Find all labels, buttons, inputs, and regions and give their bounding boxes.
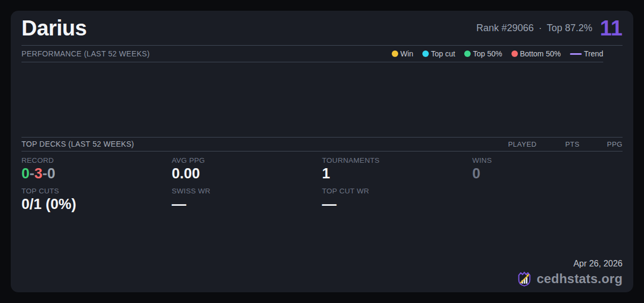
column-header-pts: PTS bbox=[537, 140, 580, 148]
legend-item-bottom50[interactable]: Bottom 50% bbox=[511, 49, 561, 58]
record-draws: 0 bbox=[47, 165, 55, 182]
stat-label: TOURNAMENTS bbox=[322, 156, 472, 164]
top50-dot-icon bbox=[464, 50, 471, 57]
stat-avg-ppg: AVG PPG 0.00 bbox=[172, 156, 322, 182]
stat-label: TOP CUTS bbox=[21, 187, 172, 195]
performance-heading: PERFORMANCE (LAST 52 WEEKS) bbox=[21, 49, 150, 58]
bottom50-dot-icon bbox=[511, 50, 518, 57]
stat-label: SWISS WR bbox=[172, 187, 322, 195]
top-decks-heading: TOP DECKS (LAST 52 WEEKS) bbox=[21, 140, 134, 148]
event-count-badge: 11 bbox=[600, 17, 623, 39]
performance-chart bbox=[21, 62, 623, 137]
column-header-played: PLAYED bbox=[494, 140, 537, 148]
stat-label: TOP CUT WR bbox=[322, 187, 472, 195]
top-cut-dot-icon bbox=[422, 50, 429, 57]
stat-tournaments: TOURNAMENTS 1 bbox=[322, 156, 472, 182]
record-wins: 0 bbox=[21, 165, 30, 182]
chart-legend: Win Top cut Top 50% Bottom 50% Trend bbox=[392, 49, 603, 58]
stat-label: WINS bbox=[472, 156, 623, 164]
rank-separator: · bbox=[539, 23, 542, 34]
legend-item-win[interactable]: Win bbox=[392, 49, 413, 58]
title-row: Darius Rank #29066 · Top 87.2% 11 bbox=[21, 11, 623, 46]
generated-date: Apr 26, 2026 bbox=[516, 259, 623, 269]
footer-brand-block: Apr 26, 2026 cedhstats.org bbox=[516, 259, 623, 287]
swiss-wr-value: — bbox=[172, 197, 322, 213]
legend-item-trend[interactable]: Trend bbox=[570, 49, 603, 58]
stat-top-cut-wr: TOP CUT WR — bbox=[322, 187, 472, 213]
brand-row: cedhstats.org bbox=[516, 271, 623, 287]
avg-ppg-value: 0.00 bbox=[172, 166, 322, 182]
record-separator: - bbox=[30, 165, 34, 182]
legend-label: Top 50% bbox=[473, 49, 502, 58]
top-cuts-value: 0/1 (0%) bbox=[21, 197, 172, 213]
player-stats-card: Darius Rank #29066 · Top 87.2% 11 PERFOR… bbox=[11, 11, 633, 292]
legend-label: Win bbox=[400, 49, 413, 58]
top-cut-wr-value: — bbox=[322, 197, 472, 213]
trend-line-icon bbox=[570, 53, 582, 55]
tournaments-value: 1 bbox=[322, 166, 472, 182]
legend-label: Trend bbox=[584, 49, 603, 58]
record-separator: - bbox=[42, 165, 47, 182]
stat-record: RECORD 0-3-0 bbox=[21, 156, 172, 182]
rank-summary: Rank #29066 · Top 87.2% bbox=[477, 23, 592, 34]
stat-wins: WINS 0 bbox=[472, 156, 623, 182]
legend-label: Top cut bbox=[431, 49, 455, 58]
top-decks-header-row: TOP DECKS (LAST 52 WEEKS) PLAYED PTS PPG bbox=[21, 137, 623, 152]
column-header-ppg: PPG bbox=[580, 140, 623, 148]
stat-top-cuts: TOP CUTS 0/1 (0%) bbox=[21, 187, 172, 213]
cedhstats-shield-icon bbox=[516, 271, 532, 287]
legend-item-top50[interactable]: Top 50% bbox=[464, 49, 502, 58]
legend-label: Bottom 50% bbox=[520, 49, 561, 58]
stat-swiss-wr: SWISS WR — bbox=[172, 187, 322, 213]
rank-label: Rank #29066 bbox=[477, 23, 534, 34]
percentile-label: Top 87.2% bbox=[547, 23, 592, 34]
stat-label: RECORD bbox=[21, 156, 172, 164]
stat-label: AVG PPG bbox=[172, 156, 322, 164]
record-value: 0-3-0 bbox=[21, 166, 172, 182]
title-right-group: Rank #29066 · Top 87.2% 11 bbox=[477, 17, 623, 39]
stat-spacer bbox=[472, 187, 623, 213]
top-decks-columns: PLAYED PTS PPG bbox=[494, 140, 623, 148]
legend-item-top-cut[interactable]: Top cut bbox=[422, 49, 455, 58]
brand-link[interactable]: cedhstats.org bbox=[537, 271, 623, 286]
page-title: Darius bbox=[21, 16, 87, 40]
wins-value: 0 bbox=[472, 166, 623, 182]
record-losses: 3 bbox=[34, 165, 42, 182]
win-dot-icon bbox=[392, 50, 398, 57]
performance-header-row: PERFORMANCE (LAST 52 WEEKS) Win Top cut … bbox=[21, 46, 603, 62]
